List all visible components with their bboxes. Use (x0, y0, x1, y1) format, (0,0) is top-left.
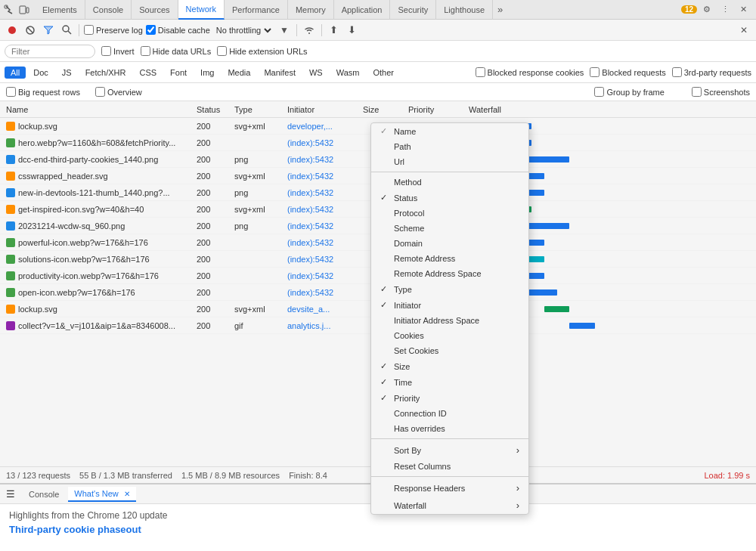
menu-item-reset-columns[interactable]: Reset Columns (371, 459, 528, 474)
menu-item-initiator-address-space[interactable]: Initiator Address Space (371, 313, 528, 328)
menu-item-has-overrides[interactable]: Has overrides (371, 421, 528, 436)
menu-item-connection-id[interactable]: Connection ID (371, 406, 528, 421)
menu-item-name[interactable]: Name (371, 123, 528, 139)
menu-item-domain[interactable]: Domain (371, 236, 528, 251)
menu-item-waterfall[interactable]: Waterfall (371, 497, 528, 514)
context-menu: NamePathUrlMethodStatusProtocolSchemeDom… (370, 122, 529, 515)
menu-item-protocol[interactable]: Protocol (371, 206, 528, 221)
menu-item-status[interactable]: Status (371, 190, 528, 206)
menu-item-url[interactable]: Url (371, 154, 528, 169)
menu-item-remote-address[interactable]: Remote Address (371, 251, 528, 266)
menu-item-scheme[interactable]: Scheme (371, 221, 528, 236)
menu-divider (371, 438, 528, 439)
menu-divider (371, 476, 528, 477)
menu-item-method[interactable]: Method (371, 175, 528, 190)
menu-item-set-cookies[interactable]: Set Cookies (371, 343, 528, 358)
menu-item-priority[interactable]: Priority (371, 390, 528, 406)
menu-item-remote-address-space[interactable]: Remote Address Space (371, 266, 528, 281)
menu-item-initiator[interactable]: Initiator (371, 297, 528, 313)
menu-item-sort-by[interactable]: Sort By (371, 441, 528, 459)
menu-item-cookies[interactable]: Cookies (371, 328, 528, 343)
menu-item-time[interactable]: Time (371, 374, 528, 390)
menu-item-size[interactable]: Size (371, 358, 528, 374)
menu-item-type[interactable]: Type (371, 281, 528, 297)
menu-divider (371, 172, 528, 172)
menu-item-path[interactable]: Path (371, 139, 528, 154)
menu-item-response-headers[interactable]: Response Headers (371, 479, 528, 497)
